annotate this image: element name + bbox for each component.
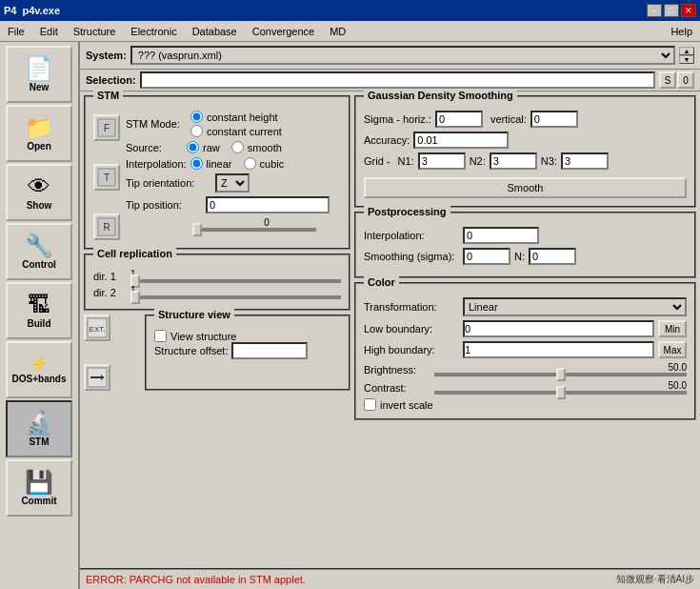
sidebar-item-commit[interactable]: 💾 Commit xyxy=(6,459,72,517)
pp-smooth-label: Smoothing (sigma): xyxy=(364,251,459,262)
invert-label: invert scale xyxy=(380,399,433,411)
min-button[interactable]: Min xyxy=(658,320,687,337)
stm-group-title: STM xyxy=(93,90,123,101)
view-structure-check[interactable] xyxy=(154,330,167,342)
menu-database[interactable]: Database xyxy=(185,24,245,39)
accuracy-row: Accuracy: xyxy=(364,132,687,149)
low-boundary-input[interactable] xyxy=(463,320,654,337)
sigma-row: Sigma - horiz.: vertical: xyxy=(364,111,687,128)
stm-icon-f[interactable]: F xyxy=(93,114,120,141)
dir1-row: dir. 1 1 xyxy=(93,269,341,283)
orient-label: Tip orientation: xyxy=(126,177,211,189)
high-boundary-input[interactable] xyxy=(463,341,654,358)
sidebar-item-stm[interactable]: 🔬 STM xyxy=(6,400,72,457)
grid-label: Grid - xyxy=(364,155,390,167)
system-label: System: xyxy=(86,50,127,61)
menu-edit[interactable]: Edit xyxy=(32,24,66,39)
system-down-arrow[interactable]: ▼ xyxy=(679,55,694,64)
selection-label: Selection: xyxy=(86,74,136,86)
sidebar-item-new[interactable]: 📄 New xyxy=(6,46,72,103)
stm-with-icons: F T xyxy=(93,111,341,240)
invert-row: invert scale xyxy=(364,398,687,411)
pp-n-input[interactable] xyxy=(529,248,576,265)
smooth-button[interactable]: Smooth xyxy=(364,177,687,198)
cell-rep-title: Cell replication xyxy=(93,248,176,259)
n2-input[interactable] xyxy=(490,152,537,170)
pp-n-label: N: xyxy=(514,251,525,262)
sidebar-commit-label: Commit xyxy=(21,496,56,506)
minimize-button[interactable]: – xyxy=(647,4,662,17)
tip-pos-label: Tip position: xyxy=(126,199,202,211)
struct-icon-2[interactable] xyxy=(84,364,110,391)
sidebar-new-label: New xyxy=(30,82,50,92)
menu-electronic[interactable]: Electronic xyxy=(123,24,184,39)
n1-input[interactable] xyxy=(418,152,466,170)
invert-scale-check[interactable] xyxy=(364,398,376,411)
max-button[interactable]: Max xyxy=(658,341,687,358)
sigma-horiz-label: Sigma - horiz.: xyxy=(364,113,431,125)
system-up-arrow[interactable]: ▲ xyxy=(679,47,694,55)
n3-label: N3: xyxy=(541,155,557,167)
tip-slider[interactable] xyxy=(192,228,316,232)
source-smooth[interactable]: smooth xyxy=(231,141,282,153)
sidebar-item-open[interactable]: 📁 Open xyxy=(6,105,72,162)
selection-input[interactable] xyxy=(140,71,655,89)
main-layout: 📄 New 📁 Open 👁 Show 🔧 Control 🏗 Build ⚡ … xyxy=(0,42,700,589)
selection-0-button[interactable]: 0 xyxy=(677,71,694,89)
sidebar-item-control[interactable]: 🔧 Control xyxy=(6,223,72,280)
dir1-slider[interactable] xyxy=(130,279,341,283)
struct-offset-input[interactable] xyxy=(231,342,308,359)
brightness-slider[interactable] xyxy=(434,373,687,376)
transform-select[interactable]: Linear Logarithmic Square root xyxy=(463,297,687,316)
system-row: System: ??? (vasprun.xml) ▲ ▼ xyxy=(80,42,700,70)
mode-constant-current[interactable]: constant current xyxy=(190,125,282,137)
vertical-label: vertical: xyxy=(490,113,527,125)
window-title: p4v.exe xyxy=(22,5,60,16)
system-select[interactable]: ??? (vasprun.xml) xyxy=(130,46,675,65)
menu-bar: File Edit Structure Electronic Database … xyxy=(0,21,700,42)
n3-input[interactable] xyxy=(561,152,609,170)
color-title: Color xyxy=(364,276,399,288)
sidebar-open-label: Open xyxy=(27,141,51,152)
mode-constant-height[interactable]: constant height xyxy=(190,111,282,123)
close-button[interactable]: ✕ xyxy=(681,4,696,17)
menu-help[interactable]: Help xyxy=(663,24,700,39)
stm-form: STM Mode: constant height constant curre… xyxy=(126,111,341,240)
maximize-button[interactable]: □ xyxy=(664,4,679,17)
sidebar-show-label: Show xyxy=(27,200,52,211)
menu-file[interactable]: File xyxy=(0,24,32,39)
sidebar-item-dosbands[interactable]: ⚡ DOS+bands xyxy=(6,341,72,398)
interp-linear[interactable]: linear xyxy=(190,157,232,170)
sidebar-item-show[interactable]: 👁 Show xyxy=(6,164,72,221)
accuracy-input[interactable] xyxy=(413,132,509,149)
struct-icon-1[interactable]: EXT. xyxy=(84,315,110,341)
pp-smooth-input[interactable] xyxy=(463,248,510,265)
stm-icon: 🔬 xyxy=(25,412,53,435)
menu-structure[interactable]: Structure xyxy=(66,24,124,39)
menu-convergence[interactable]: Convergence xyxy=(245,24,322,39)
stm-icon-t[interactable]: T xyxy=(93,164,120,191)
left-panel: STM F xyxy=(84,95,350,564)
transform-label: Transformation: xyxy=(364,301,459,313)
struct-view-group: Structure view View structure Structure … xyxy=(145,315,350,391)
dir2-slider[interactable] xyxy=(130,295,341,299)
sigma-horiz-input[interactable] xyxy=(435,111,483,128)
pp-title: Postprocessing xyxy=(364,206,450,217)
vertical-input[interactable] xyxy=(530,111,578,128)
stm-icon-r[interactable]: R xyxy=(93,213,120,240)
contrast-slider[interactable] xyxy=(434,391,687,395)
stm-mode-label: STM Mode: xyxy=(126,118,183,130)
color-group: Color Transformation: Linear Logarithmic… xyxy=(354,282,696,420)
selection-row: Selection: S 0 xyxy=(80,70,700,91)
content-area: System: ??? (vasprun.xml) ▲ ▼ Selection:… xyxy=(80,42,700,589)
gaussian-group: Gaussian Density Smoothing Sigma - horiz… xyxy=(354,95,696,208)
pp-interp-input[interactable] xyxy=(463,227,539,244)
source-raw[interactable]: raw xyxy=(187,141,220,153)
contrast-row: Contrast: 50.0 xyxy=(364,380,687,395)
orient-select[interactable]: Z X Y xyxy=(215,173,250,193)
selection-s-button[interactable]: S xyxy=(659,71,676,89)
interp-cubic[interactable]: cubic xyxy=(244,157,285,170)
tip-pos-input[interactable] xyxy=(206,196,330,213)
menu-md[interactable]: MD xyxy=(322,24,353,39)
sidebar-item-build[interactable]: 🏗 Build xyxy=(6,282,72,339)
